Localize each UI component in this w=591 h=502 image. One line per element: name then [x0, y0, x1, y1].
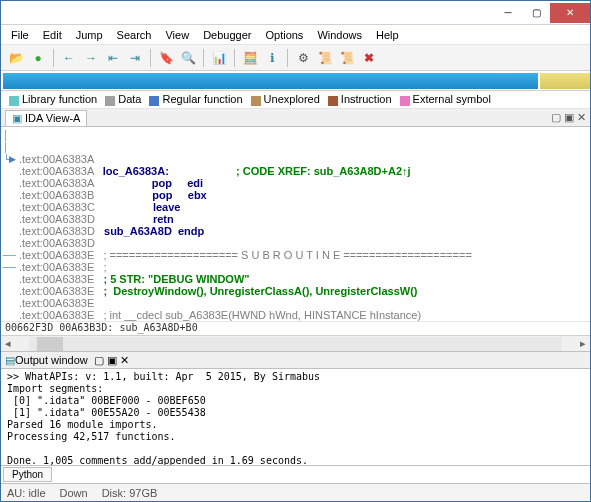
info-icon[interactable]: ℹ: [263, 49, 281, 67]
run-icon[interactable]: ●: [29, 49, 47, 67]
legend-item: Regular function: [149, 93, 242, 105]
status-disk: Disk: 97GB: [102, 487, 158, 499]
legend: Library functionDataRegular functionUnex…: [1, 91, 590, 109]
menu-file[interactable]: File: [5, 27, 35, 43]
fwd-icon[interactable]: →: [82, 49, 100, 67]
back-icon[interactable]: ←: [60, 49, 78, 67]
script-icon[interactable]: 📜: [316, 49, 334, 67]
out-restore-icon[interactable]: ▢: [94, 354, 104, 366]
menu-search[interactable]: Search: [111, 27, 158, 43]
view-tab-bar: ▣IDA View-A ▢ ▣ ✕: [1, 109, 590, 127]
search-icon[interactable]: 🔍: [179, 49, 197, 67]
h-scrollbar[interactable]: ◂ ▸: [1, 335, 590, 351]
tab-ida-view[interactable]: ▣IDA View-A: [5, 110, 87, 126]
legend-item: Unexplored: [251, 93, 320, 105]
menu-bar: FileEditJumpSearchViewDebuggerOptionsWin…: [1, 25, 590, 45]
disasm-line[interactable]: .text:00A6383C leave: [19, 201, 590, 213]
flow-arrows: ││└▶────: [3, 129, 17, 273]
menu-help[interactable]: Help: [370, 27, 405, 43]
toolbar: 📂 ● ← → ⇤ ⇥ 🔖 🔍 📊 🧮 ℹ ⚙ 📜 📜 ✖: [1, 45, 590, 71]
disasm-line[interactable]: .text:00A6383A pop edi: [19, 177, 590, 189]
out-detach-icon[interactable]: ▣: [107, 354, 117, 366]
menu-edit[interactable]: Edit: [37, 27, 68, 43]
disasm-line[interactable]: .text:00A6383E ; DestroyWindow(), Unregi…: [19, 285, 590, 297]
bottom-tabs: Python: [1, 465, 590, 483]
nav-band[interactable]: [1, 71, 590, 91]
disasm-line[interactable]: .text:00A6383E ; 5 STR: "DEBUG WINDOW": [19, 273, 590, 285]
minimize-button[interactable]: ─: [494, 3, 522, 23]
disassembly-view[interactable]: ││└▶──── .text:00A6383A .text:00A6383A l…: [1, 127, 590, 321]
status-au: AU: idle: [7, 487, 46, 499]
disasm-line[interactable]: .text:00A6383E ; int __cdecl sub_A6383E(…: [19, 309, 590, 321]
open-icon[interactable]: 📂: [7, 49, 25, 67]
disasm-line[interactable]: .text:00A6383D retn: [19, 213, 590, 225]
delete-icon[interactable]: ✖: [360, 49, 378, 67]
tab-close-icon[interactable]: ✕: [577, 111, 586, 124]
disasm-line[interactable]: .text:00A6383E ; ==================== S …: [19, 249, 590, 261]
script2-icon[interactable]: 📜: [338, 49, 356, 67]
title-bar: ─ ▢ ✕: [1, 1, 590, 25]
calc-icon[interactable]: 🧮: [241, 49, 259, 67]
disasm-line[interactable]: .text:00A6383E: [19, 297, 590, 309]
menu-debugger[interactable]: Debugger: [197, 27, 257, 43]
menu-jump[interactable]: Jump: [70, 27, 109, 43]
maximize-button[interactable]: ▢: [522, 3, 550, 23]
step2-icon[interactable]: ⇥: [126, 49, 144, 67]
tab-output[interactable]: ▤Output window: [5, 354, 88, 367]
out-close-icon[interactable]: ✕: [120, 354, 129, 366]
step-icon[interactable]: ⇤: [104, 49, 122, 67]
disasm-line[interactable]: .text:00A6383E ;: [19, 261, 590, 273]
output-window[interactable]: >> WhatAPIs: v: 1.1, built: Apr 5 2015, …: [1, 369, 590, 465]
legend-item: Data: [105, 93, 141, 105]
tab-detach-icon[interactable]: ▣: [564, 111, 574, 124]
output-tab-bar: ▤Output window ▢ ▣ ✕: [1, 351, 590, 369]
tag-icon[interactable]: 🔖: [157, 49, 175, 67]
status-bar: AU: idle Down Disk: 97GB: [1, 483, 590, 501]
legend-item: Instruction: [328, 93, 392, 105]
address-footer: 00662F3D 00A63B3D: sub_A63A8D+B0: [1, 321, 590, 335]
menu-options[interactable]: Options: [259, 27, 309, 43]
disasm-line[interactable]: .text:00A6383A: [19, 153, 590, 165]
menu-windows[interactable]: Windows: [311, 27, 368, 43]
tab-python[interactable]: Python: [3, 467, 52, 482]
status-down: Down: [60, 487, 88, 499]
legend-item: External symbol: [400, 93, 491, 105]
chart-icon[interactable]: 📊: [210, 49, 228, 67]
menu-view[interactable]: View: [159, 27, 195, 43]
disasm-line[interactable]: .text:00A6383D: [19, 237, 590, 249]
disasm-line[interactable]: .text:00A6383D sub_A63A8D endp: [19, 225, 590, 237]
disasm-line[interactable]: .text:00A6383B pop ebx: [19, 189, 590, 201]
close-button[interactable]: ✕: [550, 3, 590, 23]
disasm-line[interactable]: .text:00A6383A loc_A6383A: ; CODE XREF: …: [19, 165, 590, 177]
legend-item: Library function: [9, 93, 97, 105]
tab-restore-icon[interactable]: ▢: [551, 111, 561, 124]
gear-icon[interactable]: ⚙: [294, 49, 312, 67]
